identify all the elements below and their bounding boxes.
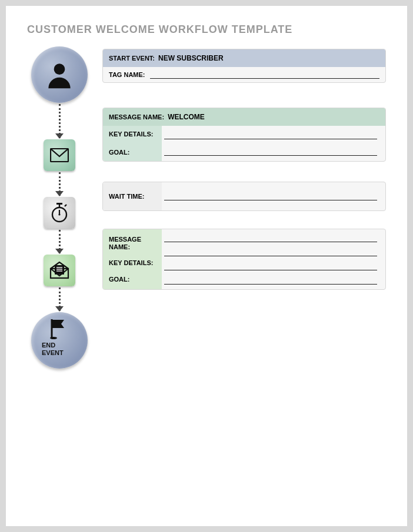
svg-marker-3 bbox=[55, 191, 64, 196]
start-event-value: NEW SUBSCRIBER bbox=[158, 54, 224, 62]
open-mail-icon bbox=[49, 262, 69, 279]
message1-details-input[interactable] bbox=[164, 131, 377, 139]
tag-name-input[interactable] bbox=[150, 71, 379, 79]
end-event-circle: ENDEVENT bbox=[31, 312, 88, 369]
chevron-down-icon bbox=[55, 306, 64, 312]
message2-name-label: MESSAGE NAME: bbox=[109, 236, 150, 251]
person-icon bbox=[43, 58, 76, 91]
workflow-template-page: CUSTOMER WELCOME WORKFLOW TEMPLATE bbox=[6, 6, 407, 526]
message1-name-value: WELCOME bbox=[168, 113, 205, 121]
message1-goal-label: GOAL: bbox=[109, 149, 156, 156]
message2-details-label: KEY DETAILS: bbox=[109, 259, 156, 267]
chevron-down-icon bbox=[55, 133, 64, 139]
message2-card: MESSAGE NAME: KEY DETAILS: GOAL: bbox=[102, 229, 386, 290]
tag-name-label: TAG NAME: bbox=[109, 71, 145, 78]
wait-label: WAIT TIME: bbox=[109, 193, 156, 200]
svg-marker-16 bbox=[55, 306, 64, 312]
message1-name-label: MESSAGE NAME: bbox=[109, 113, 164, 121]
flag-icon bbox=[50, 318, 68, 339]
mail-icon bbox=[50, 148, 69, 162]
svg-marker-10 bbox=[55, 249, 64, 254]
form-column: START EVENT: NEW SUBSCRIBER TAG NAME: ME… bbox=[102, 46, 386, 369]
workflow-flow: ENDEVENT START EVENT: NEW SUBSCRIBER TAG… bbox=[27, 46, 386, 369]
chevron-down-icon bbox=[55, 191, 64, 197]
wait-icon-box bbox=[44, 197, 75, 229]
tag-row: TAG NAME: bbox=[103, 67, 385, 82]
message1-sidebar: KEY DETAILS: GOAL: bbox=[103, 126, 162, 161]
message2-icon-box bbox=[44, 255, 75, 286]
svg-point-18 bbox=[50, 337, 57, 339]
stopwatch-icon bbox=[51, 203, 68, 223]
message1-details-label: KEY DETAILS: bbox=[109, 131, 156, 138]
message2-details-input-2[interactable] bbox=[164, 262, 377, 270]
message2-sidebar: MESSAGE NAME: KEY DETAILS: GOAL: bbox=[103, 229, 162, 289]
start-event-header: START EVENT: NEW SUBSCRIBER bbox=[103, 49, 385, 67]
page-title: CUSTOMER WELCOME WORKFLOW TEMPLATE bbox=[27, 24, 386, 36]
message1-goal-input[interactable] bbox=[164, 148, 377, 156]
wait-inputs bbox=[162, 182, 385, 210]
wait-time-input[interactable] bbox=[164, 192, 377, 200]
svg-point-0 bbox=[54, 63, 65, 75]
chevron-down-icon bbox=[55, 249, 64, 255]
message1-card: MESSAGE NAME: WELCOME KEY DETAILS: GOAL: bbox=[102, 108, 386, 162]
icon-column: ENDEVENT bbox=[27, 46, 92, 369]
message2-name-input[interactable] bbox=[164, 234, 377, 242]
start-event-card: START EVENT: NEW SUBSCRIBER TAG NAME: bbox=[102, 49, 386, 83]
wait-sidebar: WAIT TIME: bbox=[103, 182, 162, 210]
message2-goal-input[interactable] bbox=[164, 276, 377, 285]
svg-line-6 bbox=[65, 205, 66, 206]
end-event-label: ENDEVENT bbox=[42, 342, 70, 357]
start-event-label: START EVENT: bbox=[109, 55, 155, 62]
message2-inputs bbox=[162, 229, 385, 289]
message2-details-input-1[interactable] bbox=[164, 248, 377, 256]
message2-goal-label: GOAL: bbox=[109, 276, 156, 283]
message1-inputs bbox=[162, 126, 385, 161]
svg-point-9 bbox=[58, 213, 60, 215]
start-event-circle bbox=[31, 46, 88, 103]
message1-header: MESSAGE NAME: WELCOME bbox=[103, 108, 385, 126]
message-icon-box bbox=[44, 139, 75, 171]
svg-marker-1 bbox=[55, 133, 64, 139]
svg-rect-4 bbox=[56, 203, 62, 205]
wait-card: WAIT TIME: bbox=[102, 182, 386, 211]
